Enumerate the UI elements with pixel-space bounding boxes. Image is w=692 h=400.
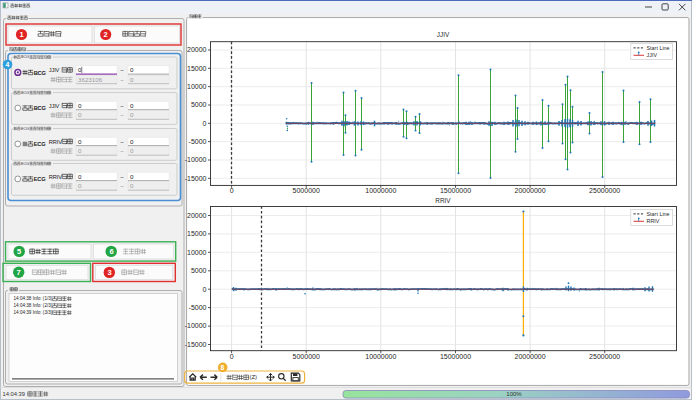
svg-text:RRIV: RRIV [49,139,62,145]
svg-text:ECG: ECG [21,126,29,131]
svg-text:4: 4 [6,61,10,68]
svg-text:0: 0 [130,102,134,109]
svg-text:RRIV: RRIV [435,197,451,204]
svg-text:14:04:38 Info: (1/3): 14:04:38 Info: (1/3) [14,296,53,301]
svg-text:15000000: 15000000 [440,353,471,360]
svg-text:14:04:39 Info: (3/3): 14:04:39 Info: (3/3) [14,310,53,315]
svg-text:JJIV: JJIV [49,67,60,73]
svg-text:0: 0 [130,76,134,83]
svg-text:(Z): (Z) [249,374,257,380]
svg-text:-15000: -15000 [185,341,207,348]
svg-text:~: ~ [120,112,124,118]
svg-text:0: 0 [130,66,134,73]
svg-text:0: 0 [230,187,234,194]
svg-text:10000: 10000 [187,83,207,90]
svg-text:BCG: BCG [34,105,47,111]
svg-text:JJIV: JJIV [647,52,658,58]
svg-text:0: 0 [78,102,82,109]
svg-text:25000000: 25000000 [589,187,620,194]
svg-text:~: ~ [120,148,124,154]
svg-text:20000000: 20000000 [515,353,546,360]
svg-text:5000: 5000 [191,101,207,108]
svg-text:-5000: -5000 [189,138,207,145]
svg-text:ECG: ECG [34,176,47,182]
svg-text:RRIV: RRIV [49,174,62,180]
svg-text:6: 6 [109,247,113,256]
svg-text:10000000: 10000000 [365,353,396,360]
svg-text:~: ~ [120,174,124,180]
svg-text:8: 8 [221,364,225,371]
svg-text:Start Line: Start Line [647,211,670,217]
svg-text:~: ~ [120,77,124,83]
svg-text:0: 0 [78,111,82,118]
svg-text:5: 5 [17,247,21,256]
svg-text:~: ~ [120,67,124,73]
svg-text:14:04:39: 14:04:39 [3,391,26,397]
svg-text:20000: 20000 [187,46,207,53]
svg-text:ECG: ECG [21,161,29,166]
svg-text:~: ~ [120,103,124,109]
svg-text:~: ~ [120,183,124,189]
svg-text:0: 0 [78,173,82,180]
svg-text:~: ~ [120,139,124,145]
svg-text:JJIV: JJIV [49,103,60,109]
svg-text:ECG: ECG [34,141,47,147]
svg-text:0: 0 [130,182,134,189]
svg-text:7: 7 [17,268,21,277]
svg-text:1: 1 [19,30,23,39]
svg-text:0: 0 [203,286,207,293]
svg-text:-10000: -10000 [185,322,207,329]
svg-text:Start Line: Start Line [647,45,670,51]
svg-text:0: 0 [130,111,134,118]
svg-text:0: 0 [78,66,82,73]
svg-text:5000000: 5000000 [293,187,320,194]
svg-text:5000000: 5000000 [293,353,320,360]
svg-text:5000: 5000 [191,267,207,274]
svg-text:0: 0 [78,182,82,189]
svg-text:15000: 15000 [187,230,207,237]
svg-text:15000000: 15000000 [440,187,471,194]
svg-text:BCG: BCG [21,90,29,95]
svg-text:BCG: BCG [21,54,29,59]
svg-text:-5000: -5000 [189,304,207,311]
svg-text:3: 3 [107,268,111,277]
svg-text:0: 0 [203,120,207,127]
svg-text:0: 0 [130,173,134,180]
svg-text:25000000: 25000000 [589,353,620,360]
svg-text:20000000: 20000000 [515,187,546,194]
svg-text:20000: 20000 [187,212,207,219]
svg-text:0: 0 [130,147,134,154]
svg-text:15000: 15000 [187,65,207,72]
svg-text:JJIV: JJIV [437,31,450,38]
svg-text:10000: 10000 [187,249,207,256]
svg-text:RRIV: RRIV [647,218,660,224]
svg-text:0: 0 [130,138,134,145]
svg-text:0: 0 [78,138,82,145]
svg-text:-10000: -10000 [185,156,207,163]
svg-text:2: 2 [103,30,107,39]
svg-text:0: 0 [78,147,82,154]
svg-text:BCG: BCG [34,70,47,76]
svg-text:3623106: 3623106 [78,76,103,83]
svg-text:-15000: -15000 [185,175,207,182]
svg-text:100%: 100% [506,391,522,397]
svg-text:0: 0 [230,353,234,360]
svg-text:14:04:38 Info: (2/3): 14:04:38 Info: (2/3) [14,303,53,308]
svg-text:10000000: 10000000 [365,187,396,194]
